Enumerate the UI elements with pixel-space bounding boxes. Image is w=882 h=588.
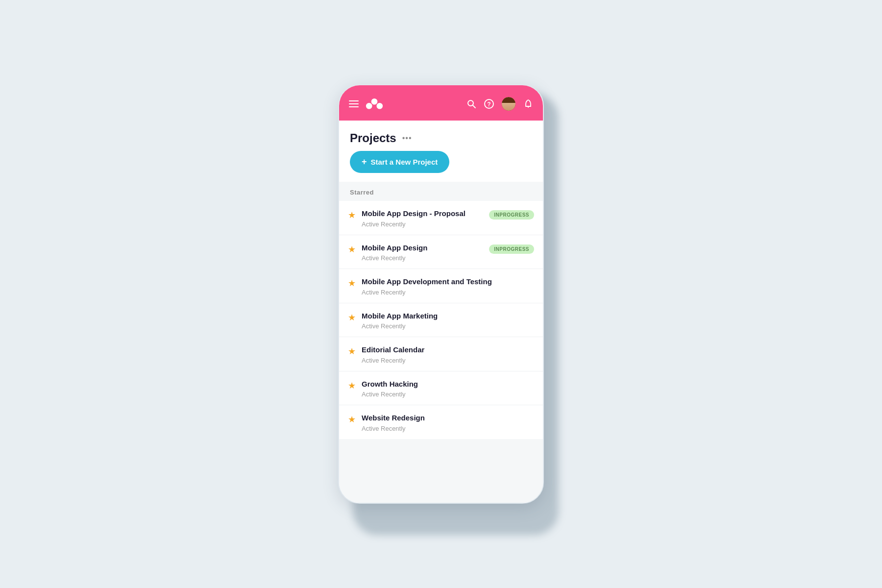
project-name: Mobile App Design: [362, 243, 489, 253]
project-info: Mobile App DesignActive Recently: [362, 243, 489, 262]
star-icon[interactable]: ★: [348, 414, 356, 425]
project-status-text: Active Recently: [362, 425, 534, 432]
project-name: Mobile App Marketing: [362, 311, 534, 321]
project-info: Editorial CalendarActive Recently: [362, 345, 534, 364]
project-list-item[interactable]: ★Mobile App Development and TestingActiv…: [339, 269, 543, 303]
star-icon[interactable]: ★: [348, 346, 356, 357]
notification-bell-icon[interactable]: [523, 99, 533, 109]
project-list-item[interactable]: ★Editorial CalendarActive Recently: [339, 337, 543, 371]
new-project-section: + Start a New Project: [339, 151, 543, 182]
content-area: Projects ••• + Start a New Project Starr…: [339, 121, 543, 439]
phone-body: Projects ••• + Start a New Project Starr…: [339, 121, 543, 503]
new-project-label: Start a New Project: [371, 158, 438, 166]
project-list-item[interactable]: ★Website RedesignActive Recently: [339, 405, 543, 439]
project-info: Growth HackingActive Recently: [362, 379, 534, 398]
project-status-text: Active Recently: [362, 391, 534, 398]
project-info: Website RedesignActive Recently: [362, 413, 534, 432]
project-status-text: Active Recently: [362, 357, 534, 364]
user-avatar[interactable]: [502, 97, 515, 111]
project-list: ★Mobile App Design - ProposalActive Rece…: [339, 201, 543, 439]
project-status-text: Active Recently: [362, 254, 489, 262]
inprogress-badge: INPROGRESS: [489, 245, 534, 254]
project-list-item[interactable]: ★Mobile App Design - ProposalActive Rece…: [339, 201, 543, 235]
phone-device: ?: [338, 84, 544, 504]
project-status-text: Active Recently: [362, 289, 534, 296]
project-list-item[interactable]: ★Mobile App MarketingActive Recently: [339, 303, 543, 338]
project-status-text: Active Recently: [362, 220, 489, 228]
star-icon[interactable]: ★: [348, 210, 356, 220]
svg-text:?: ?: [487, 101, 490, 108]
project-name: Growth Hacking: [362, 379, 534, 389]
project-list-item[interactable]: ★Mobile App DesignActive RecentlyINPROGR…: [339, 235, 543, 270]
star-icon[interactable]: ★: [348, 278, 356, 289]
project-list-item[interactable]: ★Growth HackingActive Recently: [339, 371, 543, 406]
svg-line-4: [473, 105, 475, 108]
new-project-button[interactable]: + Start a New Project: [350, 151, 449, 173]
app-header: ?: [339, 85, 543, 121]
more-options-button[interactable]: •••: [402, 134, 412, 143]
plus-icon: +: [362, 157, 367, 167]
project-status-text: Active Recently: [362, 322, 534, 330]
star-icon[interactable]: ★: [348, 380, 356, 391]
svg-point-1: [366, 103, 372, 109]
project-badge: INPROGRESS: [489, 209, 534, 219]
project-info: Mobile App Design - ProposalActive Recen…: [362, 209, 489, 228]
hamburger-menu-icon[interactable]: [349, 100, 359, 107]
page-title: Projects: [350, 131, 396, 145]
header-left: [349, 94, 383, 114]
header-right: ?: [466, 97, 533, 111]
svg-point-2: [377, 103, 383, 109]
project-name: Website Redesign: [362, 413, 534, 423]
starred-section-label: Starred: [339, 182, 543, 201]
search-icon[interactable]: [466, 99, 476, 109]
project-name: Mobile App Design - Proposal: [362, 209, 489, 219]
asana-logo-icon: [366, 94, 383, 114]
star-icon[interactable]: ★: [348, 312, 356, 323]
svg-point-0: [371, 98, 378, 105]
projects-header: Projects •••: [339, 121, 543, 151]
star-icon[interactable]: ★: [348, 244, 356, 255]
project-name: Mobile App Development and Testing: [362, 277, 534, 287]
inprogress-badge: INPROGRESS: [489, 210, 534, 220]
project-badge: INPROGRESS: [489, 243, 534, 253]
phone-wrapper: ?: [338, 84, 544, 504]
project-info: Mobile App Development and TestingActive…: [362, 277, 534, 296]
project-name: Editorial Calendar: [362, 345, 534, 355]
help-icon[interactable]: ?: [484, 99, 494, 109]
project-info: Mobile App MarketingActive Recently: [362, 311, 534, 330]
